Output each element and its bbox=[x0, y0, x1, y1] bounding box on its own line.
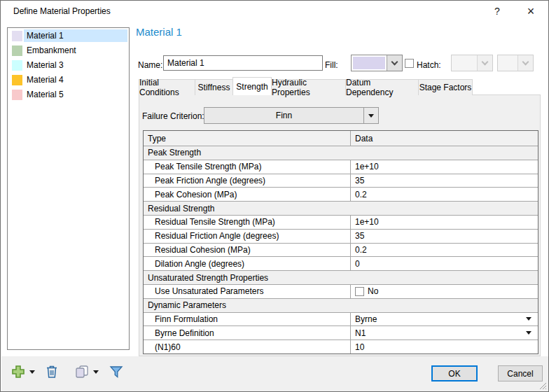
delete-icon bbox=[45, 364, 59, 379]
material-name-input[interactable] bbox=[163, 55, 323, 71]
table-row: (N1)60 10 bbox=[144, 340, 538, 354]
material-color-swatch bbox=[12, 75, 22, 85]
property-tabs: Initial Conditions Stiffness Strength Hy… bbox=[139, 79, 472, 95]
hatch-checkbox[interactable] bbox=[405, 59, 414, 68]
failure-criterion-label: Failure Criterion: bbox=[142, 111, 204, 121]
checkbox-value-label: No bbox=[368, 286, 378, 296]
help-icon[interactable]: ? bbox=[487, 1, 508, 22]
chevron-down-icon bbox=[391, 58, 398, 65]
name-label: Name: bbox=[138, 60, 162, 70]
property-label: Dilation Angle (degrees) bbox=[144, 257, 351, 270]
hatch-label: Hatch: bbox=[417, 60, 441, 70]
list-item-material-3[interactable]: Material 3 bbox=[8, 58, 129, 72]
hatch-color-swatch bbox=[499, 57, 516, 69]
close-icon[interactable]: × bbox=[520, 1, 541, 22]
material-color-swatch bbox=[12, 90, 22, 100]
table-section-row: Residual Strength bbox=[144, 202, 538, 216]
material-color-swatch bbox=[12, 60, 22, 71]
filter-icon bbox=[109, 364, 124, 379]
property-label: Peak Cohesion (MPa) bbox=[144, 188, 351, 201]
table-row: Peak Friction Angle (degrees) 35 bbox=[144, 174, 538, 188]
list-item-embankment[interactable]: Embankment bbox=[8, 43, 129, 57]
hatch-pattern-dropdown bbox=[451, 55, 493, 71]
tab-initial-conditions[interactable]: Initial Conditions bbox=[139, 79, 195, 95]
strength-properties-table: Type Data Peak Strength Peak Tensile Str… bbox=[143, 130, 538, 354]
resize-grip[interactable] bbox=[539, 382, 547, 390]
use-unsaturated-parameters-checkbox[interactable] bbox=[355, 287, 364, 296]
property-label: Finn Formulation bbox=[144, 313, 351, 326]
property-label: Byrne Definition bbox=[144, 326, 351, 340]
table-row: Finn Formulation Byrne bbox=[144, 313, 538, 327]
copy-dropdown-caret-icon[interactable] bbox=[93, 370, 99, 374]
chevron-down-icon bbox=[522, 58, 529, 65]
property-value-dropdown[interactable]: N1 bbox=[351, 326, 538, 340]
property-label: Residual Tensile Strength (MPa) bbox=[144, 216, 351, 229]
table-row: Peak Tensile Strength (MPa) 1e+10 bbox=[144, 160, 538, 174]
property-value[interactable]: 0.2 bbox=[351, 244, 538, 257]
material-label: Material 4 bbox=[24, 74, 127, 86]
section-label: Peak Strength bbox=[144, 146, 538, 160]
property-value[interactable]: 1e+10 bbox=[351, 160, 538, 174]
column-header-type: Type bbox=[144, 131, 351, 146]
failure-criterion-dropdown[interactable]: Finn bbox=[204, 107, 379, 124]
dropdown-value: Byrne bbox=[355, 314, 377, 324]
list-item-material-1[interactable]: Material 1 bbox=[8, 29, 129, 43]
material-label: Material 5 bbox=[24, 88, 127, 101]
cancel-button[interactable]: Cancel bbox=[498, 365, 543, 382]
table-row: Peak Cohesion (MPa) 0.2 bbox=[144, 188, 538, 202]
table-row: Use Unsaturated Parameters No bbox=[144, 285, 538, 299]
material-color-swatch bbox=[12, 31, 22, 41]
tab-stiffness[interactable]: Stiffness bbox=[195, 79, 233, 95]
add-dropdown-caret-icon[interactable] bbox=[29, 370, 35, 374]
property-value[interactable]: No bbox=[351, 285, 538, 298]
list-item-material-4[interactable]: Material 4 bbox=[8, 73, 129, 87]
tab-strength[interactable]: Strength bbox=[232, 77, 272, 95]
hatch-color-dropdown-button bbox=[517, 55, 533, 71]
table-row: Residual Cohesion (MPa) 0.2 bbox=[144, 244, 538, 258]
fill-label: Fill: bbox=[325, 60, 338, 70]
property-label: Use Unsaturated Parameters bbox=[144, 285, 351, 298]
property-label: (N1)60 bbox=[144, 340, 351, 354]
chevron-down-icon[interactable] bbox=[526, 331, 531, 335]
table-row: Residual Tensile Strength (MPa) 1e+10 bbox=[144, 216, 538, 230]
section-label: Residual Strength bbox=[144, 202, 538, 215]
dialog-title: Define Material Properties bbox=[13, 1, 111, 22]
dropdown-value: N1 bbox=[355, 328, 366, 338]
property-value-dropdown[interactable]: Byrne bbox=[351, 313, 538, 326]
tab-datum-dependency[interactable]: Datum Dependency bbox=[345, 79, 419, 95]
table-section-row: Peak Strength bbox=[144, 146, 538, 160]
material-color-swatch bbox=[12, 46, 22, 56]
chevron-down-icon[interactable] bbox=[526, 317, 531, 321]
property-value[interactable]: 35 bbox=[351, 174, 538, 188]
fill-color-dropdown[interactable] bbox=[351, 55, 403, 71]
material-label: Material 3 bbox=[24, 59, 127, 71]
property-value[interactable]: 0.2 bbox=[351, 188, 538, 201]
filter-materials-button[interactable] bbox=[109, 364, 124, 379]
hatch-pattern-swatch bbox=[453, 57, 475, 69]
fill-dropdown-button[interactable] bbox=[387, 55, 402, 71]
section-label: Unsaturated Strength Properties bbox=[144, 271, 538, 284]
property-label: Peak Friction Angle (degrees) bbox=[144, 174, 351, 188]
copy-material-button[interactable] bbox=[74, 364, 99, 379]
delete-material-button[interactable] bbox=[45, 364, 59, 379]
material-label: Material 1 bbox=[24, 29, 127, 42]
failure-criterion-dropdown-button[interactable] bbox=[363, 108, 378, 123]
property-value[interactable]: 35 bbox=[351, 230, 538, 243]
property-value[interactable]: 1e+10 bbox=[351, 216, 538, 229]
add-material-button[interactable] bbox=[11, 364, 35, 379]
table-header-row: Type Data bbox=[144, 131, 538, 146]
chevron-down-icon bbox=[368, 114, 374, 118]
table-section-row: Dynamic Parameters bbox=[144, 299, 538, 313]
add-icon bbox=[11, 364, 26, 379]
property-value[interactable]: 0 bbox=[351, 257, 538, 270]
column-header-data: Data bbox=[351, 131, 538, 146]
ok-button[interactable]: OK bbox=[431, 365, 478, 382]
list-item-material-5[interactable]: Material 5 bbox=[8, 88, 129, 102]
copy-icon bbox=[74, 364, 90, 379]
tab-stage-factors[interactable]: Stage Factors bbox=[418, 79, 473, 95]
tab-hydraulic-properties[interactable]: Hydraulic Properties bbox=[271, 79, 346, 95]
chevron-down-icon bbox=[482, 58, 489, 65]
property-value[interactable]: 10 bbox=[351, 340, 538, 354]
table-row: Dilation Angle (degrees) 0 bbox=[144, 257, 538, 271]
define-material-properties-dialog: Define Material Properties ? × Material … bbox=[0, 0, 549, 392]
